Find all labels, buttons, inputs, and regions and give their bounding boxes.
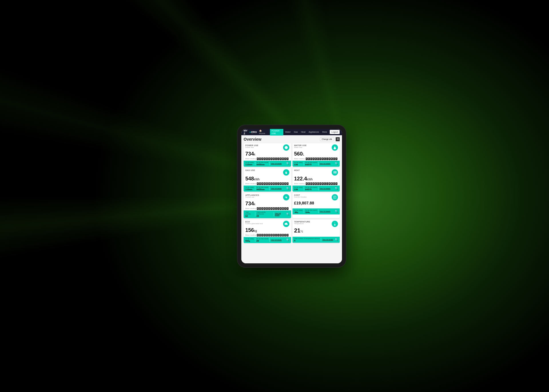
digit: 1 [277, 207, 279, 210]
digit: 1 [324, 158, 326, 160]
digit: 0 [308, 182, 310, 185]
nav-more[interactable]: More [321, 130, 329, 134]
digit: 8 [331, 182, 333, 185]
digit: 8 [282, 207, 284, 210]
appliances-footer: Total quantity 62 Total quantity applian… [244, 210, 291, 218]
eco-footer: So far today 593g So far this month 25 V… [244, 237, 291, 243]
water-today-value: 136 [294, 163, 303, 166]
digit: 3 [284, 207, 286, 210]
digit: 0 [310, 182, 312, 185]
nav-heat[interactable]: Heat [299, 130, 307, 134]
temperature-footer: Total number of temperature sensors 5 Vi… [293, 237, 340, 243]
digit: 0 [257, 182, 259, 185]
eco-search-icon[interactable]: 🔍 [286, 238, 289, 241]
appliances-details-link[interactable]: View full details [275, 212, 285, 216]
eco-month-value: 25 [256, 240, 268, 242]
digit: 0 [315, 182, 317, 185]
nav-gas[interactable]: Gas [293, 130, 299, 134]
digit: 0 [270, 207, 272, 210]
power-use-footer: So far today 113kWh So far this month 44… [244, 161, 291, 167]
cost-details-link[interactable]: View full details [320, 210, 331, 212]
eco-month-stat: So far this month 25 [256, 238, 268, 242]
temperature-sensors-stat: Total number of temperature sensors 5 [294, 238, 320, 242]
digit: 0 [306, 182, 308, 185]
digit: 6 [280, 158, 282, 160]
gas-use-meter-label: Meter reading [245, 183, 256, 184]
digit: 0 [261, 158, 263, 160]
water-search-icon[interactable]: 🔍 [335, 162, 338, 165]
digit: 0 [259, 234, 261, 236]
digit: 0 [322, 182, 324, 185]
digit: 0 [264, 207, 266, 210]
digit: 0 [264, 182, 266, 185]
heat-footer: So far today 136 So far this month 64575… [293, 186, 340, 192]
digit: 0 [270, 158, 272, 160]
digit: 0 [264, 158, 266, 160]
temperature-sublabel: Temperature [294, 223, 310, 224]
digit: 3 [333, 182, 335, 185]
grid-icon[interactable]: ⊞ [336, 137, 340, 141]
appliances-header: APPLIANCES Current use [244, 193, 291, 201]
nav-electricity[interactable]: POWER USE [270, 129, 283, 136]
water-details-link[interactable]: View full details [320, 163, 331, 164]
gas-details-link[interactable]: View full details [271, 188, 282, 189]
nav-appliances[interactable]: Appliances [307, 130, 321, 134]
appliances-search-icon[interactable]: 🔍 [286, 213, 289, 216]
heat-icon [332, 169, 338, 176]
logout-button[interactable]: Logout [330, 130, 340, 134]
footer-divider [304, 186, 304, 190]
eco-meter: Meter reading 0 0 0 0 0 0 0 0 [244, 233, 291, 237]
digit: 0 [273, 207, 275, 210]
heat-details-link[interactable]: View full details [320, 188, 331, 189]
digit: 1 [277, 158, 279, 160]
heat-search-icon[interactable]: 🔍 [335, 187, 338, 190]
temperature-details-link[interactable]: View full details [322, 239, 333, 240]
gas-use-value: 548kWh [244, 176, 291, 182]
digit: 0 [273, 234, 275, 236]
water-use-icon [332, 144, 338, 151]
cards-grid: POWER USE Power now 734k Meter reading [244, 143, 340, 243]
digit: 0 [270, 234, 272, 236]
digit: 0 [266, 158, 268, 160]
power-month-value: 4455kWh [256, 163, 268, 166]
power-use-header: POWER USE Power now [244, 143, 291, 151]
change-site-button[interactable]: Change site [320, 137, 334, 141]
gas-today-stat: So far today 113kWh [245, 186, 254, 191]
temperature-card: TEMPERATURE Temperature 21°c [293, 220, 340, 243]
gas-search-icon[interactable]: 🔍 [286, 187, 289, 190]
power-search-icon[interactable]: 🔍 [286, 162, 289, 165]
cost-search-icon[interactable]: 🔍 [335, 210, 338, 213]
footer-divider [304, 209, 304, 213]
digit: 1 [275, 158, 277, 160]
heat-today-stat: So far today 136 [294, 186, 303, 191]
digit: 0 [317, 182, 319, 185]
temperature-search-icon[interactable]: 🔍 [335, 238, 338, 241]
appliances-card: APPLIANCES Current use 734k Meter readin… [244, 193, 291, 218]
power-details-link[interactable]: View full details [271, 163, 282, 164]
footer-divider [255, 186, 255, 190]
nav-water[interactable]: Water [284, 130, 292, 134]
eco-details-link[interactable]: View full details [271, 239, 282, 241]
tablet-outer: MY Z●ERO 🏠 Home POWER USE Water Gas Heat… [237, 125, 346, 267]
water-use-value: 560L [293, 151, 340, 157]
digit: 1 [277, 182, 279, 185]
power-month-stat: So far this month 4455kWh [256, 162, 268, 166]
appliances-meter-label: Meter reading [245, 208, 256, 209]
appliances-meter: Meter reading 0 0 0 0 0 0 0 0 [244, 207, 291, 210]
digit: 0 [317, 158, 319, 160]
digit: 0 [257, 234, 259, 236]
heat-label: HEAT [294, 169, 300, 171]
digit: 1 [326, 182, 328, 185]
eco-sublabel: Carbon generated now [245, 223, 263, 224]
digit: 0 [306, 158, 308, 160]
water-today-stat: So far today 136 [294, 162, 303, 166]
svg-rect-2 [334, 171, 334, 174]
tablet-container: MY Z●ERO 🏠 Home POWER USE Water Gas Heat… [237, 125, 346, 267]
gas-use-card: GAS USE 548kWh Meter reading 0 [244, 168, 291, 192]
digit: 0 [268, 158, 270, 160]
nav-home[interactable]: 🏠 Home [259, 130, 268, 135]
heat-month-value: 64575 [305, 188, 317, 191]
digit: 3 [335, 182, 337, 185]
footer-divider [255, 212, 255, 216]
app-logo: MY Z●ERO [244, 129, 257, 135]
